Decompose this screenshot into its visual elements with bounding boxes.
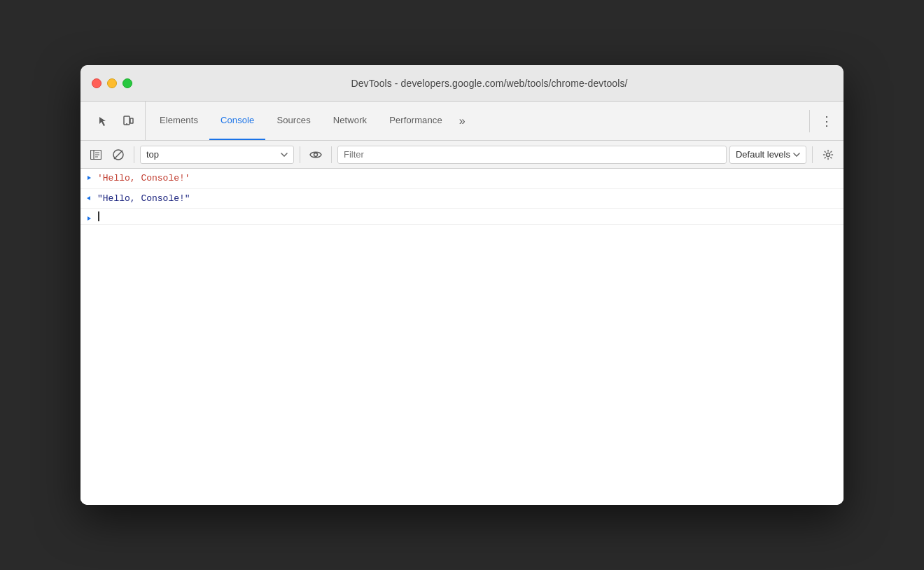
- svg-line-9: [114, 151, 122, 159]
- show-console-sidebar-button[interactable]: [86, 145, 106, 165]
- svg-rect-1: [130, 118, 133, 123]
- minimize-button[interactable]: [107, 78, 117, 88]
- devtools-window: DevTools - developers.google.com/web/too…: [80, 65, 844, 505]
- console-output: 'Hello, Console!' "Hello, Console!": [80, 169, 844, 505]
- tab-bar-icons: [86, 102, 146, 140]
- tab-bar-right: ⋮: [804, 102, 838, 140]
- clear-icon: [113, 149, 124, 160]
- return-arrow-1: [80, 195, 97, 201]
- output-arrow-1[interactable]: [80, 174, 97, 181]
- close-button[interactable]: [92, 78, 102, 88]
- tab-bar: Elements Console Sources Network Perform…: [80, 102, 844, 141]
- console-return-content-1: "Hello, Console!": [97, 192, 838, 206]
- devtools-menu-button[interactable]: ⋮: [816, 110, 838, 132]
- console-return-line-1: "Hello, Console!": [80, 189, 844, 209]
- tab-console[interactable]: Console: [209, 102, 265, 140]
- toolbar-separator-1: [134, 146, 134, 163]
- console-log-content-1: 'Hello, Console!': [97, 172, 838, 186]
- tab-sources[interactable]: Sources: [265, 102, 321, 140]
- tab-elements[interactable]: Elements: [148, 102, 209, 140]
- maximize-button[interactable]: [122, 78, 132, 88]
- tab-bar-separator: [809, 110, 810, 132]
- dropdown-arrow-icon: [281, 153, 288, 157]
- sidebar-icon: [90, 150, 102, 160]
- console-log-line-1: 'Hello, Console!': [80, 169, 844, 189]
- console-log-text-1: 'Hello, Console!': [97, 173, 190, 183]
- svg-point-11: [827, 153, 830, 156]
- toolbar-separator-3: [331, 146, 332, 163]
- console-input-line[interactable]: [80, 209, 844, 225]
- live-expressions-button[interactable]: [306, 145, 326, 165]
- console-input-content[interactable]: [97, 211, 838, 221]
- toolbar-separator-2: [300, 146, 300, 163]
- title-bar: DevTools - developers.google.com/web/too…: [80, 65, 844, 102]
- input-arrow-icon: [86, 216, 92, 221]
- console-return-text-1: "Hello, Console!": [97, 193, 190, 204]
- console-toolbar: top Default levels: [80, 141, 844, 169]
- tab-performance[interactable]: Performance: [378, 102, 454, 140]
- device-icon: [122, 116, 134, 127]
- cursor-icon: [97, 116, 108, 127]
- execution-context-dropdown[interactable]: top: [140, 146, 294, 164]
- svg-point-10: [314, 153, 318, 156]
- traffic-lights: [92, 78, 132, 88]
- clear-console-button[interactable]: [108, 145, 128, 165]
- inspect-element-button[interactable]: [92, 110, 114, 132]
- console-cursor: [98, 211, 99, 221]
- more-tabs-button[interactable]: »: [454, 102, 471, 140]
- devtools-panel: top Default levels: [80, 141, 844, 505]
- toolbar-separator-4: [812, 146, 813, 163]
- eye-icon: [309, 151, 322, 159]
- gear-icon: [822, 149, 834, 160]
- tabs-container: Elements Console Sources Network Perform…: [148, 102, 804, 140]
- input-arrow: [80, 215, 97, 221]
- expand-arrow-icon-1: [86, 175, 92, 181]
- console-settings-button[interactable]: [818, 145, 838, 165]
- window-title: DevTools - developers.google.com/web/too…: [146, 78, 832, 89]
- tab-network[interactable]: Network: [322, 102, 378, 140]
- console-filter-input[interactable]: [337, 146, 727, 164]
- log-levels-dropdown[interactable]: Default levels: [729, 146, 806, 164]
- device-toolbar-button[interactable]: [117, 110, 139, 132]
- levels-arrow-icon: [793, 153, 800, 157]
- svg-rect-0: [124, 116, 130, 125]
- return-arrow-icon: [86, 195, 92, 201]
